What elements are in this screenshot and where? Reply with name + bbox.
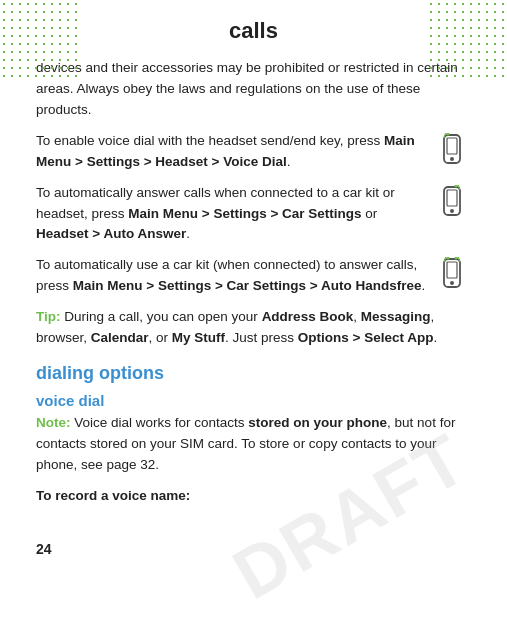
tip-bold2: Messaging: [361, 309, 431, 324]
voice-dial-row: To enable voice dial with the headset se…: [36, 131, 471, 173]
svg-rect-1: [447, 138, 457, 154]
svg-point-2: [450, 157, 454, 161]
intro-paragraph: devices and their accessories may be pro…: [36, 58, 471, 121]
svg-point-6: [450, 209, 454, 213]
section-heading-dialing: dialing options: [36, 363, 471, 384]
auto-answer-bold2: Headset > Auto Answer: [36, 226, 186, 241]
tip-text-before: During a call, you can open your: [61, 309, 262, 324]
handsfree-icon: [438, 257, 466, 293]
corner-decoration-tr: [427, 0, 507, 80]
tip-after: .: [434, 330, 438, 345]
tip-bold4: My Stuff: [172, 330, 225, 345]
headset-phone-icon: [438, 133, 466, 169]
voice-dial-after: .: [287, 154, 291, 169]
svg-rect-9: [447, 262, 457, 278]
record-voice-name: To record a voice name:: [36, 486, 471, 507]
tip-mid1: ,: [353, 309, 361, 324]
tip-mid4: . Just press: [225, 330, 298, 345]
svg-rect-5: [447, 190, 457, 206]
tip-bold5: Options > Select App: [298, 330, 434, 345]
subsection-heading-voice-dial: voice dial: [36, 392, 471, 409]
icon-col-1: [433, 131, 471, 169]
note-paragraph: Note: Voice dial works for contacts stor…: [36, 413, 471, 476]
note-label: Note:: [36, 415, 71, 430]
voice-dial-text: To enable voice dial with the headset se…: [36, 131, 433, 173]
svg-point-10: [450, 281, 454, 285]
icon-col-3: [433, 255, 471, 293]
auto-handsfree-row: To automatically use a car kit (when con…: [36, 255, 471, 297]
page-number: 24: [0, 535, 507, 563]
auto-answer-bold1: Main Menu > Settings > Car Settings: [128, 206, 361, 221]
auto-answer-after: .: [186, 226, 190, 241]
icon-col-2: [433, 183, 471, 221]
car-kit-icon: [438, 185, 466, 221]
note-bold: stored on your phone: [248, 415, 387, 430]
intro-text: devices and their accessories may be pro…: [36, 60, 458, 117]
tip-mid3: , or: [149, 330, 172, 345]
auto-answer-mid: or: [362, 206, 378, 221]
auto-answer-row: To automatically answer calls when conne…: [36, 183, 471, 246]
auto-handsfree-bold: Main Menu > Settings > Car Settings > Au…: [73, 278, 422, 293]
record-label: To record a voice name:: [36, 488, 190, 503]
tip-bold3: Calendar: [91, 330, 149, 345]
tip-bold1: Address Book: [262, 309, 354, 324]
auto-handsfree-after: .: [421, 278, 425, 293]
corner-decoration-tl: [0, 0, 80, 80]
note-text-before: Voice dial works for contacts: [71, 415, 249, 430]
auto-handsfree-text: To automatically use a car kit (when con…: [36, 255, 433, 297]
tip-paragraph: Tip: During a call, you can open your Ad…: [36, 307, 471, 349]
main-content: devices and their accessories may be pro…: [0, 54, 507, 535]
voice-dial-before: To enable voice dial with the headset se…: [36, 133, 384, 148]
auto-answer-text: To automatically answer calls when conne…: [36, 183, 433, 246]
tip-label: Tip:: [36, 309, 61, 324]
